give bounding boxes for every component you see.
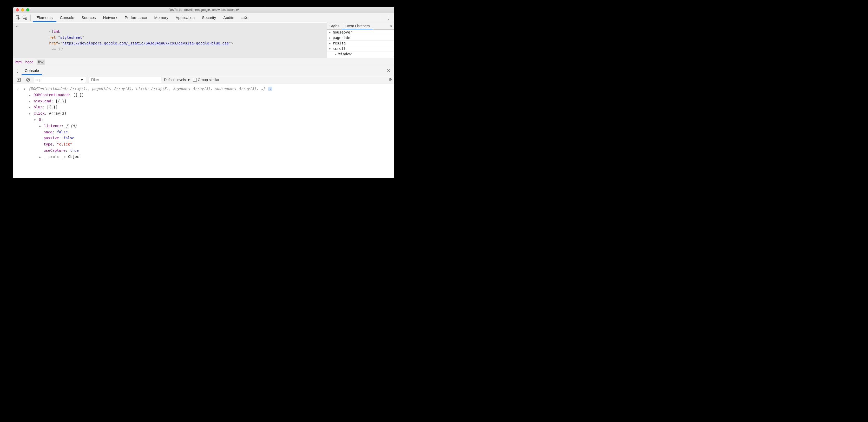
tab-axe[interactable]: aXe	[238, 13, 252, 22]
sidebar-tab-styles[interactable]: Styles	[327, 22, 342, 29]
event-item-mouseover[interactable]: ▶mouseover	[327, 30, 394, 35]
sidebar-tab-event-listeners[interactable]: Event Listeners	[342, 22, 372, 29]
tab-elements[interactable]: Elements	[33, 13, 56, 22]
kebab-menu-icon[interactable]: ⋮	[383, 15, 393, 21]
info-icon[interactable]: i	[268, 87, 272, 91]
console-row-index[interactable]: ▼ 0:	[24, 117, 392, 123]
event-item-scroll[interactable]: ▼scroll	[327, 46, 394, 52]
dom-breadcrumb: html head link	[13, 58, 394, 66]
dom-node[interactable]: <link rel="search" type="application/ope…	[13, 58, 327, 58]
execution-context-icon[interactable]	[16, 76, 22, 83]
tab-sources[interactable]: Sources	[78, 13, 99, 22]
styles-sidebar: Styles Event Listeners » ▶mouseover ▶pag…	[327, 22, 394, 58]
href-link[interactable]: https://developers.google.com/_static/64…	[62, 41, 229, 45]
filter-input[interactable]	[89, 77, 161, 83]
main-toolbar: Elements Console Sources Network Perform…	[13, 13, 394, 22]
clear-console-icon[interactable]	[25, 76, 31, 83]
checkbox-icon: ✓	[193, 78, 197, 82]
tab-application[interactable]: Application	[172, 13, 198, 22]
collapse-icon[interactable]: ⋯	[16, 24, 19, 29]
tab-security[interactable]: Security	[198, 13, 220, 22]
elements-panel[interactable]: ⋯ <link rel="stylesheet" href="https://d…	[13, 22, 327, 58]
console-row[interactable]: ▶ ajaxSend: [{…}]	[24, 98, 392, 104]
console-output[interactable]: ‹ ▼ {DOMContentLoaded: Array(1), pagehid…	[13, 84, 394, 178]
back-arrow-icon[interactable]: ‹	[17, 86, 19, 93]
console-row-passive: passive: false	[24, 135, 392, 141]
chevron-down-icon: ▼	[80, 78, 84, 82]
toolbar-separator	[30, 14, 31, 21]
drawer-menu-icon[interactable]: ⋮	[16, 68, 22, 73]
console-row[interactable]: ▶ blur: [{…}]	[24, 104, 392, 110]
device-toggle-icon[interactable]	[22, 14, 28, 21]
tab-memory[interactable]: Memory	[151, 13, 172, 22]
console-row-proto[interactable]: ▶ __proto__: Object	[24, 154, 392, 160]
crumb-head[interactable]: head	[25, 60, 33, 64]
event-listener-list: ▶mouseover ▶pagehide ▶resize ▼scroll ▶Wi…	[327, 30, 394, 57]
window-title: DevTools - developers.google.com/web/sho…	[13, 8, 394, 12]
drawer-header: ⋮ Console ✕	[13, 66, 394, 75]
tab-console[interactable]: Console	[56, 13, 78, 22]
svg-line-5	[27, 79, 29, 81]
console-row-once: once: false	[24, 129, 392, 135]
event-item-window[interactable]: ▶Window	[327, 52, 394, 57]
dom-node-selected[interactable]: <link rel="stylesheet" href="https://dev…	[13, 23, 327, 58]
gear-icon[interactable]: ⚙	[389, 77, 392, 82]
crumb-html[interactable]: html	[16, 60, 22, 64]
event-item-resize[interactable]: ▶resize	[327, 40, 394, 46]
log-levels-selector[interactable]: Default levels ▼	[164, 78, 190, 82]
console-object-summary[interactable]: ▼ {DOMContentLoaded: Array(1), pagehide:…	[24, 86, 392, 92]
group-similar-label: Group similar	[198, 78, 219, 82]
console-row-click[interactable]: ▼ click: Array(3)	[24, 110, 392, 117]
devtools-window: DevTools - developers.google.com/web/sho…	[13, 7, 394, 178]
console-row[interactable]: ▶ DOMContentLoaded: [{…}]	[24, 92, 392, 98]
console-row-type: type: "click"	[24, 141, 392, 148]
context-selector[interactable]: top ▼	[34, 77, 86, 83]
close-icon[interactable]: ✕	[385, 68, 392, 73]
crumb-link[interactable]: link	[37, 60, 45, 65]
chevron-down-icon: ▼	[187, 78, 190, 82]
titlebar: DevTools - developers.google.com/web/sho…	[13, 7, 394, 13]
selection-marker: == $0	[49, 47, 62, 51]
context-value: top	[36, 78, 41, 82]
sidebar-tabs: Styles Event Listeners »	[327, 22, 394, 30]
group-similar-checkbox[interactable]: ✓ Group similar	[193, 78, 219, 82]
event-item-pagehide[interactable]: ▶pagehide	[327, 35, 394, 40]
drawer-tab-console[interactable]: Console	[22, 66, 42, 75]
elements-row: ⋯ <link rel="stylesheet" href="https://d…	[13, 22, 394, 58]
tab-network[interactable]: Network	[99, 13, 121, 22]
console-toolbar: top ▼ Default levels ▼ ✓ Group similar ⚙	[13, 75, 394, 84]
panel-tabs: Elements Console Sources Network Perform…	[33, 13, 252, 22]
tab-audits[interactable]: Audits	[220, 13, 238, 22]
console-row-usecapture: useCapture: true	[24, 148, 392, 154]
svg-rect-1	[23, 16, 26, 19]
inspect-icon[interactable]	[15, 14, 22, 21]
console-row-listener[interactable]: ▶ listener: ƒ (d)	[24, 123, 392, 129]
tab-performance[interactable]: Performance	[121, 13, 151, 22]
sidebar-more-icon[interactable]: »	[388, 24, 394, 28]
